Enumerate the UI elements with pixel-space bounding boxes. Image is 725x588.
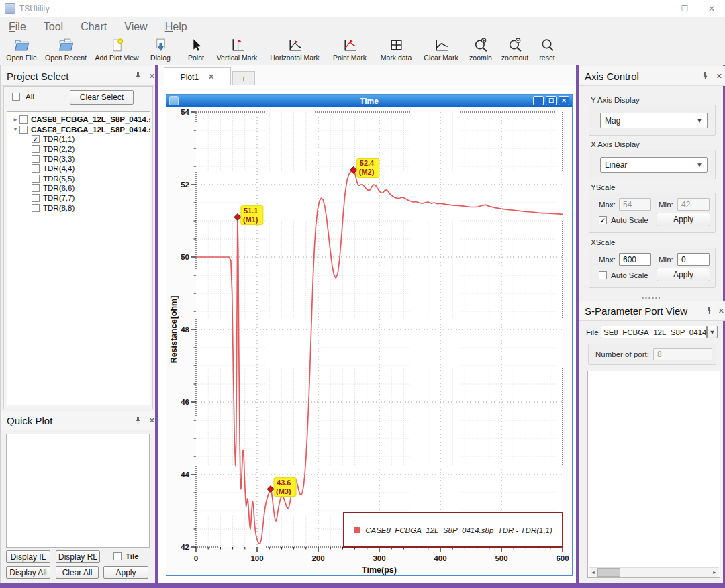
yscale-autoscale-checkbox[interactable]: ✓ — [599, 216, 607, 224]
menu-help[interactable]: Help — [156, 21, 196, 33]
minimize-button[interactable]: — — [644, 0, 671, 17]
tree-item[interactable]: TDR(7,7) — [11, 193, 150, 203]
tree-item[interactable]: ✓TDR(1,1) — [11, 134, 150, 144]
tree-checkbox[interactable] — [32, 175, 40, 183]
yscale-min-field[interactable]: 42 — [677, 198, 710, 211]
tab-close-icon[interactable]: ✕ — [208, 72, 214, 81]
vertical-mark-button[interactable]: Vertical Mark — [210, 36, 264, 65]
menu-tool[interactable]: Tool — [35, 21, 72, 33]
menu-chart[interactable]: Chart — [72, 21, 115, 33]
scroll-left-icon[interactable]: ◄ — [589, 568, 597, 577]
plot-minimize-button[interactable]: — — [533, 96, 544, 105]
tree-checkbox[interactable]: ✓ — [32, 135, 40, 143]
zoomin-button[interactable]: zoomin — [464, 36, 497, 65]
yscale-max-field[interactable]: 54 — [619, 198, 651, 211]
tree-item[interactable]: ▼CASE8_FCBGA_12L_S8P_0414.s8... — [11, 125, 150, 135]
clear-all-button[interactable]: Clear All — [56, 566, 99, 579]
xscale-apply-button[interactable]: Apply — [657, 268, 710, 281]
all-checkbox[interactable] — [12, 93, 20, 101]
collapse-icon[interactable]: ▼ — [11, 126, 19, 132]
tree-checkbox[interactable] — [19, 115, 28, 124]
dock-splitter-handle[interactable] — [641, 297, 660, 299]
point-mark-button[interactable]: Point Mark — [326, 36, 374, 65]
tree-checkbox[interactable] — [32, 155, 40, 163]
apply-quickplot-button[interactable]: Apply — [103, 566, 148, 579]
axis-control-header: Axis Control ✕ — [579, 66, 725, 86]
menu-view[interactable]: View — [115, 21, 156, 33]
plot-close-button[interactable]: ✕ — [559, 96, 569, 105]
xscale-autoscale-checkbox[interactable] — [599, 271, 607, 279]
display-all-button[interactable]: Display All — [6, 566, 50, 579]
marker-value: 52.4 — [360, 159, 375, 167]
tree-item[interactable]: ►CASE8_FCBGA_12L_S8P_0414.s8p — [11, 115, 150, 125]
add-plot-view-button[interactable]: Add Plot View — [89, 36, 145, 65]
plot-window-titlebar[interactable]: Time — ☐ ✕ — [166, 95, 572, 107]
close-panel-icon[interactable]: ✕ — [149, 416, 155, 425]
port-field[interactable]: 8 — [653, 348, 712, 360]
tree-item[interactable]: TDR(5,5) — [11, 174, 150, 184]
expand-icon[interactable]: ► — [11, 117, 19, 123]
reset-button[interactable]: reset — [532, 36, 562, 65]
yscale-apply-button[interactable]: Apply — [657, 213, 710, 226]
tree-checkbox[interactable] — [32, 184, 40, 192]
sparam-list[interactable]: ◄ ► — [587, 371, 720, 578]
tree-checkbox[interactable] — [32, 145, 40, 153]
pin-icon[interactable] — [135, 416, 141, 424]
mark-data-button[interactable]: Mark data — [374, 36, 418, 65]
close-button[interactable]: ✕ — [698, 0, 725, 17]
zoomout-button[interactable]: zoomout — [497, 36, 532, 65]
xscale-min-field[interactable]: 0 — [677, 253, 710, 266]
horizontal-scrollbar[interactable]: ◄ ► — [589, 567, 719, 577]
tile-checkbox[interactable] — [113, 552, 122, 560]
xscale-max-field[interactable]: 600 — [619, 253, 651, 266]
menu-file[interactable]: File — [0, 21, 35, 33]
vertical-mark-icon — [229, 37, 246, 54]
scroll-right-icon[interactable]: ► — [710, 568, 719, 577]
pin-icon[interactable] — [706, 307, 712, 315]
all-checkbox-label: All — [26, 93, 34, 101]
tree-checkbox[interactable] — [32, 164, 40, 173]
tree-checkbox[interactable] — [19, 126, 28, 134]
tree-item-label: TDR(5,5) — [43, 175, 75, 183]
close-panel-icon[interactable]: ✕ — [718, 307, 724, 315]
yscale-autoscale-label: Auto Scale — [611, 216, 648, 224]
clear-mark-button[interactable]: Clear Mark — [418, 36, 464, 65]
pin-icon[interactable] — [135, 72, 141, 80]
tree-item[interactable]: TDR(3,3) — [11, 154, 150, 164]
display-il-button[interactable]: Display IL — [6, 550, 50, 563]
chevron-down-icon: ▼ — [696, 161, 703, 168]
add-tab-button[interactable]: + — [232, 71, 255, 86]
y-axis-display-combo[interactable]: Mag ▼ — [600, 113, 708, 128]
project-select-body: All Clear Select ►CASE8_FCBGA_12L_S8P_04… — [3, 86, 153, 409]
display-rl-button[interactable]: Display RL — [56, 550, 100, 563]
tree-checkbox[interactable] — [32, 194, 40, 202]
time-plot-window: Time — ☐ ✕ 51.1(M1)52.4(M2)43.6(M3)01002… — [166, 94, 573, 576]
dialog-button[interactable]: Dialog — [145, 36, 176, 65]
close-panel-icon[interactable]: ✕ — [149, 72, 155, 81]
open-recent-icon — [58, 37, 75, 54]
file-combo-arrow[interactable]: ▼ — [707, 326, 718, 338]
tree-item[interactable]: TDR(4,4) — [11, 164, 150, 174]
open-file-button[interactable]: Open File — [0, 36, 43, 65]
tab-plot1[interactable]: Plot1 ✕ — [164, 67, 231, 86]
horizontal-mark-button[interactable]: Horizontal Mark — [264, 36, 326, 65]
scrollbar-thumb[interactable] — [597, 568, 620, 577]
tree-item-label: TDR(7,7) — [43, 194, 75, 202]
plot-maximize-button[interactable]: ☐ — [546, 96, 557, 105]
file-combo[interactable]: SE8_FCBGA_12L_S8P_0414.s8p_TDR — [601, 326, 707, 338]
close-panel-icon[interactable]: ✕ — [716, 72, 722, 81]
tree-item[interactable]: TDR(2,2) — [11, 144, 150, 154]
x-axis-display-combo[interactable]: Linear ▼ — [600, 157, 708, 173]
tree-item[interactable]: TDR(6,6) — [11, 183, 150, 193]
plot-canvas[interactable]: 51.1(M1)52.4(M2)43.6(M3)0100200300400500… — [166, 107, 572, 575]
point-button[interactable]: Point — [182, 36, 210, 65]
open-file-icon — [13, 37, 30, 54]
maximize-button[interactable]: ☐ — [671, 0, 698, 17]
quick-plot-list[interactable] — [6, 434, 150, 548]
tree-checkbox[interactable] — [32, 204, 40, 212]
tree-item[interactable]: TDR(8,8) — [11, 203, 150, 213]
marker-tag: (M3) — [276, 487, 291, 495]
clear-select-button[interactable]: Clear Select — [70, 90, 134, 105]
open-recent-button[interactable]: Open Recent — [43, 36, 89, 65]
pin-icon[interactable] — [702, 72, 708, 80]
